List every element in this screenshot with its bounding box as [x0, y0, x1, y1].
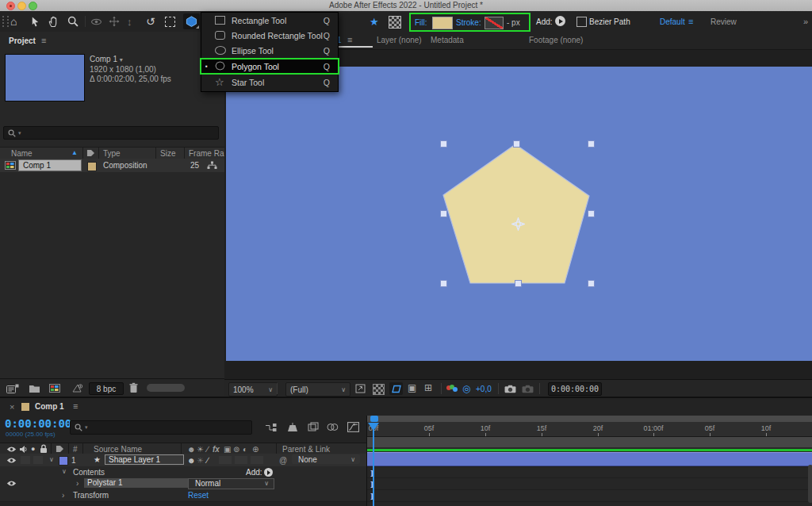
- layer-color-swatch[interactable]: [59, 456, 68, 466]
- dolly-camera-tool-button[interactable]: ↕: [127, 14, 132, 29]
- panel-scrollbar[interactable]: [147, 384, 185, 392]
- layer-name-field[interactable]: Shape Layer 1: [105, 454, 184, 465]
- motion-blur-icon[interactable]: [327, 423, 339, 431]
- comp-thumbnail[interactable]: [5, 54, 85, 102]
- project-search-input[interactable]: ▾: [3, 126, 219, 140]
- shy-switch-icon[interactable]: ☻: [187, 445, 196, 454]
- pentagon-shape[interactable]: [226, 67, 812, 361]
- timeline-tab-menu-icon[interactable]: ≡: [73, 401, 78, 411]
- adjustment-switch-icon[interactable]: ◐: [243, 445, 247, 454]
- layer-quality-switch[interactable]: /: [205, 456, 210, 465]
- adjust-settings-icon[interactable]: [71, 383, 83, 393]
- new-folder-icon[interactable]: [29, 384, 40, 393]
- menu-item-star-tool[interactable]: ☆ Star Tool Q: [201, 75, 338, 90]
- group-expander-icon[interactable]: ∨: [62, 468, 67, 475]
- project-panel-tab[interactable]: Project: [9, 36, 36, 45]
- brainstorm-star-button[interactable]: ★: [370, 14, 379, 29]
- column-frame-rate[interactable]: Frame Ra..: [189, 149, 228, 158]
- preview-timecode[interactable]: 0:00:00:00: [548, 382, 602, 396]
- selection-tool-button[interactable]: [30, 14, 40, 29]
- composition-canvas[interactable]: [226, 67, 812, 361]
- layer-row-shape-layer-1[interactable]: ∨ 1 ★ Shape Layer 1 ☻ ☀ / @ None∨: [0, 454, 366, 467]
- selection-handle-top-center[interactable]: [513, 140, 520, 148]
- motion-blur-switch-icon[interactable]: ⊚: [233, 445, 239, 454]
- resolution-dropdown[interactable]: (Full)∨: [285, 382, 350, 397]
- frame-blend-switch-icon[interactable]: ▣: [224, 445, 231, 454]
- trash-icon[interactable]: [129, 382, 138, 393]
- solo-icon[interactable]: ●: [31, 445, 35, 453]
- eye-icon[interactable]: [6, 446, 17, 453]
- composition-tab-menu-icon[interactable]: ≡: [347, 35, 352, 44]
- collapse-switch-icon[interactable]: ☀: [197, 445, 204, 454]
- menu-item-polygon-tool-selected[interactable]: ▪ Polygon Tool Q: [200, 58, 339, 75]
- project-item-row[interactable]: Comp 1 Composition 25: [0, 159, 224, 172]
- quality-switch-icon[interactable]: /: [205, 445, 210, 454]
- polystar-row[interactable]: › Polystar 1 Normal∨: [0, 477, 366, 490]
- grid-guides-icon[interactable]: ⊞: [424, 383, 432, 393]
- search-options-caret-icon[interactable]: ▾: [18, 130, 21, 136]
- shape-layer-duration-bar[interactable]: [367, 452, 812, 466]
- rotation-tool-button[interactable]: ↺: [146, 14, 155, 29]
- layer-shy-switch[interactable]: ☻: [187, 456, 196, 465]
- switch-cell[interactable]: [251, 456, 263, 464]
- mask-visibility-toggle-active[interactable]: [389, 382, 403, 395]
- transform-reset-link[interactable]: Reset: [188, 491, 209, 500]
- threed-switch-icon[interactable]: ⊕: [252, 445, 259, 454]
- lock-icon[interactable]: [40, 444, 48, 454]
- current-time-display[interactable]: 0:00:00:00: [5, 417, 71, 430]
- column-index[interactable]: #: [73, 445, 78, 454]
- zoom-tool-button[interactable]: [67, 14, 79, 29]
- solo-cell[interactable]: [33, 456, 43, 464]
- label-column-icon[interactable]: [86, 149, 95, 157]
- column-source-name[interactable]: Source Name: [94, 445, 142, 454]
- magnification-dropdown[interactable]: 100%∨: [228, 382, 278, 397]
- menu-item-ellipse-tool[interactable]: Ellipse Tool Q: [201, 43, 338, 58]
- transform-expander-icon[interactable]: ›: [62, 491, 64, 500]
- snapshot-camera-icon[interactable]: [504, 385, 516, 393]
- anchor-point-icon[interactable]: [511, 217, 525, 231]
- snapshot-region-icon[interactable]: [355, 384, 366, 393]
- menu-item-rectangle-tool[interactable]: Rectangle Tool Q: [201, 13, 338, 28]
- stroke-width-value[interactable]: - px: [507, 18, 520, 27]
- comp-usage-icon[interactable]: [207, 161, 217, 170]
- transparency-grid-icon[interactable]: [373, 384, 385, 395]
- tab-metadata[interactable]: Metadata: [431, 36, 464, 44]
- parent-dropdown[interactable]: None∨: [292, 454, 360, 464]
- frame-blending-icon[interactable]: [308, 422, 319, 431]
- timeline-search-input[interactable]: ▾: [70, 420, 252, 435]
- fill-color-swatch[interactable]: [432, 17, 453, 29]
- selection-handle-mid-left[interactable]: [440, 210, 447, 217]
- column-name[interactable]: Name: [11, 149, 33, 158]
- add-shape-button[interactable]: [555, 16, 565, 26]
- selection-handle-top-right[interactable]: [588, 140, 595, 148]
- contents-group-row[interactable]: ∨ Contents Add:: [0, 466, 366, 478]
- switch-cell[interactable]: [219, 456, 232, 464]
- stroke-none-swatch[interactable]: [485, 17, 504, 29]
- orbit-camera-tool-button[interactable]: [90, 14, 102, 29]
- playhead-line[interactable]: [373, 423, 374, 506]
- selection-handle-bottom-right[interactable]: [588, 280, 595, 287]
- menu-item-rounded-rectangle-tool[interactable]: Rounded Rectangle Tool Q: [201, 28, 338, 43]
- polystar-name-selected[interactable]: Polystar 1: [84, 478, 189, 488]
- mask-transparency-icon[interactable]: [389, 16, 401, 29]
- layer-visibility-eye-icon[interactable]: [6, 457, 17, 464]
- navigator-start-handle[interactable]: [370, 416, 378, 422]
- draft-3d-icon[interactable]: [287, 422, 298, 432]
- comp-caret-icon[interactable]: ▾: [120, 56, 123, 63]
- layer-collapse-switch[interactable]: ☀: [197, 456, 204, 465]
- bit-depth-button[interactable]: 8 bpc: [89, 382, 124, 395]
- search-options-caret-icon[interactable]: ▾: [85, 424, 88, 431]
- workspace-menu-icon[interactable]: ≡: [688, 17, 693, 26]
- reset-exposure-icon[interactable]: ◎: [462, 383, 470, 394]
- time-ruler[interactable]: 00f 05f 10f 15f 20f 01:00f 05f 10f: [367, 422, 812, 437]
- audio-icon[interactable]: [19, 445, 28, 454]
- pan-behind-tool-button[interactable]: [165, 14, 175, 29]
- pan-camera-tool-button[interactable]: [109, 14, 120, 29]
- column-parent-link[interactable]: Parent & Link: [282, 445, 330, 454]
- toolbar-grip[interactable]: [2, 16, 9, 27]
- contents-add-button[interactable]: [264, 468, 273, 477]
- graph-editor-icon[interactable]: [347, 422, 359, 432]
- project-item-name[interactable]: Comp 1: [18, 159, 82, 171]
- sort-ascending-icon[interactable]: ▲: [71, 149, 78, 156]
- timeline-tab-close-icon[interactable]: ×: [10, 402, 14, 412]
